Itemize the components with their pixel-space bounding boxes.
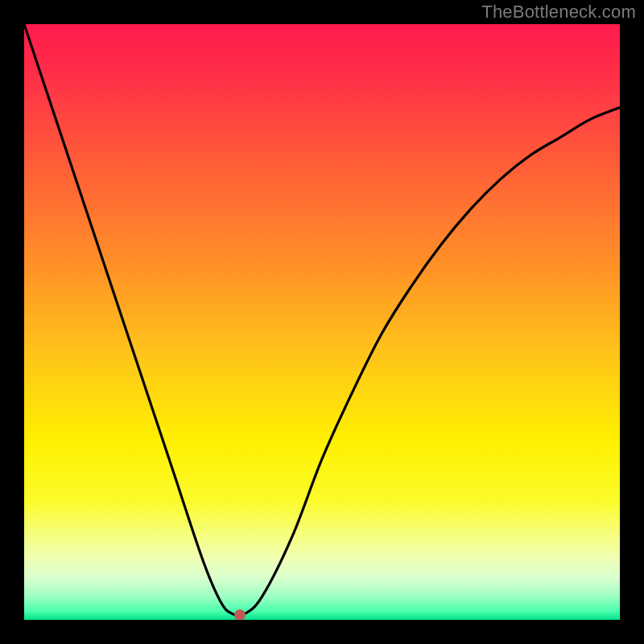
optimal-point-marker bbox=[234, 609, 246, 620]
chart-frame: TheBottleneck.com bbox=[0, 0, 644, 644]
plot-area bbox=[24, 24, 620, 620]
bottleneck-curve bbox=[24, 24, 620, 620]
watermark-text: TheBottleneck.com bbox=[481, 2, 636, 23]
